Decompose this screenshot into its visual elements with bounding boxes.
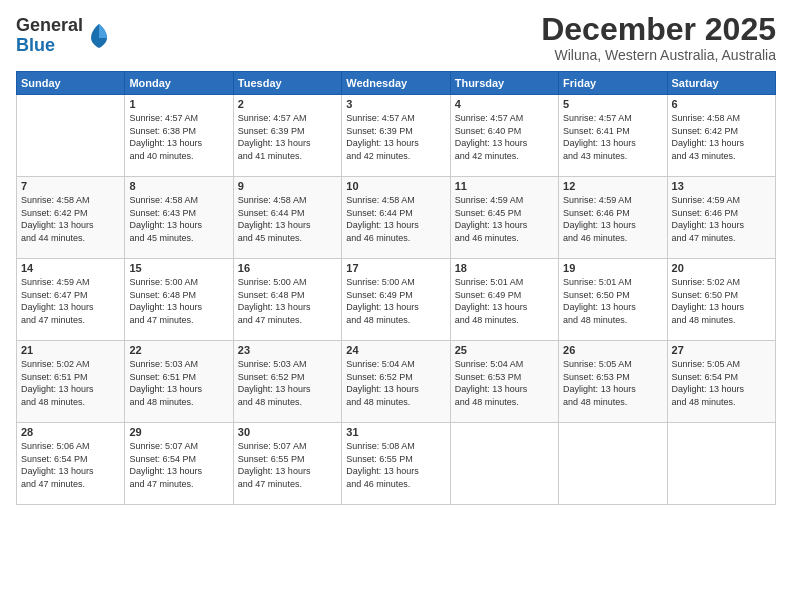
- header-wednesday: Wednesday: [342, 72, 450, 95]
- day-cell: 31Sunrise: 5:08 AM Sunset: 6:55 PM Dayli…: [342, 423, 450, 505]
- day-info: Sunrise: 4:58 AM Sunset: 6:42 PM Dayligh…: [672, 112, 771, 162]
- day-info: Sunrise: 4:57 AM Sunset: 6:40 PM Dayligh…: [455, 112, 554, 162]
- header-row: Sunday Monday Tuesday Wednesday Thursday…: [17, 72, 776, 95]
- day-info: Sunrise: 4:58 AM Sunset: 6:43 PM Dayligh…: [129, 194, 228, 244]
- week-row-1: 1Sunrise: 4:57 AM Sunset: 6:38 PM Daylig…: [17, 95, 776, 177]
- title-block: December 2025 Wiluna, Western Australia,…: [541, 12, 776, 63]
- day-info: Sunrise: 5:01 AM Sunset: 6:49 PM Dayligh…: [455, 276, 554, 326]
- day-info: Sunrise: 5:02 AM Sunset: 6:50 PM Dayligh…: [672, 276, 771, 326]
- day-number: 17: [346, 262, 445, 274]
- day-cell: 10Sunrise: 4:58 AM Sunset: 6:44 PM Dayli…: [342, 177, 450, 259]
- calendar-page: General Blue December 2025 Wiluna, Weste…: [0, 0, 792, 612]
- day-cell: 19Sunrise: 5:01 AM Sunset: 6:50 PM Dayli…: [559, 259, 667, 341]
- day-number: 22: [129, 344, 228, 356]
- day-number: 14: [21, 262, 120, 274]
- day-number: 27: [672, 344, 771, 356]
- day-cell: 30Sunrise: 5:07 AM Sunset: 6:55 PM Dayli…: [233, 423, 341, 505]
- header-thursday: Thursday: [450, 72, 558, 95]
- week-row-2: 7Sunrise: 4:58 AM Sunset: 6:42 PM Daylig…: [17, 177, 776, 259]
- day-info: Sunrise: 5:03 AM Sunset: 6:51 PM Dayligh…: [129, 358, 228, 408]
- day-info: Sunrise: 4:58 AM Sunset: 6:44 PM Dayligh…: [238, 194, 337, 244]
- day-cell: 2Sunrise: 4:57 AM Sunset: 6:39 PM Daylig…: [233, 95, 341, 177]
- day-info: Sunrise: 5:08 AM Sunset: 6:55 PM Dayligh…: [346, 440, 445, 490]
- day-info: Sunrise: 5:05 AM Sunset: 6:53 PM Dayligh…: [563, 358, 662, 408]
- logo-blue: Blue: [16, 35, 55, 55]
- day-cell: 9Sunrise: 4:58 AM Sunset: 6:44 PM Daylig…: [233, 177, 341, 259]
- day-cell: 1Sunrise: 4:57 AM Sunset: 6:38 PM Daylig…: [125, 95, 233, 177]
- day-number: 3: [346, 98, 445, 110]
- day-cell: [17, 95, 125, 177]
- header-saturday: Saturday: [667, 72, 775, 95]
- week-row-5: 28Sunrise: 5:06 AM Sunset: 6:54 PM Dayli…: [17, 423, 776, 505]
- day-number: 2: [238, 98, 337, 110]
- day-number: 21: [21, 344, 120, 356]
- day-cell: 17Sunrise: 5:00 AM Sunset: 6:49 PM Dayli…: [342, 259, 450, 341]
- calendar-subtitle: Wiluna, Western Australia, Australia: [541, 47, 776, 63]
- day-number: 26: [563, 344, 662, 356]
- day-number: 30: [238, 426, 337, 438]
- day-info: Sunrise: 5:05 AM Sunset: 6:54 PM Dayligh…: [672, 358, 771, 408]
- day-number: 7: [21, 180, 120, 192]
- day-info: Sunrise: 5:06 AM Sunset: 6:54 PM Dayligh…: [21, 440, 120, 490]
- day-cell: 26Sunrise: 5:05 AM Sunset: 6:53 PM Dayli…: [559, 341, 667, 423]
- day-cell: 7Sunrise: 4:58 AM Sunset: 6:42 PM Daylig…: [17, 177, 125, 259]
- day-cell: [559, 423, 667, 505]
- day-info: Sunrise: 5:07 AM Sunset: 6:54 PM Dayligh…: [129, 440, 228, 490]
- day-number: 29: [129, 426, 228, 438]
- day-cell: 23Sunrise: 5:03 AM Sunset: 6:52 PM Dayli…: [233, 341, 341, 423]
- day-number: 20: [672, 262, 771, 274]
- day-info: Sunrise: 4:58 AM Sunset: 6:42 PM Dayligh…: [21, 194, 120, 244]
- day-number: 15: [129, 262, 228, 274]
- day-info: Sunrise: 5:01 AM Sunset: 6:50 PM Dayligh…: [563, 276, 662, 326]
- day-info: Sunrise: 5:00 AM Sunset: 6:48 PM Dayligh…: [129, 276, 228, 326]
- day-cell: 21Sunrise: 5:02 AM Sunset: 6:51 PM Dayli…: [17, 341, 125, 423]
- day-info: Sunrise: 4:59 AM Sunset: 6:45 PM Dayligh…: [455, 194, 554, 244]
- day-info: Sunrise: 4:57 AM Sunset: 6:38 PM Dayligh…: [129, 112, 228, 162]
- day-number: 16: [238, 262, 337, 274]
- day-info: Sunrise: 4:59 AM Sunset: 6:46 PM Dayligh…: [672, 194, 771, 244]
- day-number: 5: [563, 98, 662, 110]
- day-info: Sunrise: 4:59 AM Sunset: 6:47 PM Dayligh…: [21, 276, 120, 326]
- day-cell: 29Sunrise: 5:07 AM Sunset: 6:54 PM Dayli…: [125, 423, 233, 505]
- calendar-title: December 2025: [541, 12, 776, 47]
- day-cell: 16Sunrise: 5:00 AM Sunset: 6:48 PM Dayli…: [233, 259, 341, 341]
- day-cell: 24Sunrise: 5:04 AM Sunset: 6:52 PM Dayli…: [342, 341, 450, 423]
- day-number: 12: [563, 180, 662, 192]
- header-tuesday: Tuesday: [233, 72, 341, 95]
- day-cell: 15Sunrise: 5:00 AM Sunset: 6:48 PM Dayli…: [125, 259, 233, 341]
- day-number: 11: [455, 180, 554, 192]
- day-info: Sunrise: 5:00 AM Sunset: 6:49 PM Dayligh…: [346, 276, 445, 326]
- day-number: 13: [672, 180, 771, 192]
- day-cell: [667, 423, 775, 505]
- day-info: Sunrise: 5:02 AM Sunset: 6:51 PM Dayligh…: [21, 358, 120, 408]
- day-cell: 6Sunrise: 4:58 AM Sunset: 6:42 PM Daylig…: [667, 95, 775, 177]
- day-cell: 8Sunrise: 4:58 AM Sunset: 6:43 PM Daylig…: [125, 177, 233, 259]
- day-info: Sunrise: 4:58 AM Sunset: 6:44 PM Dayligh…: [346, 194, 445, 244]
- day-number: 28: [21, 426, 120, 438]
- header-sunday: Sunday: [17, 72, 125, 95]
- day-info: Sunrise: 5:07 AM Sunset: 6:55 PM Dayligh…: [238, 440, 337, 490]
- calendar-table: Sunday Monday Tuesday Wednesday Thursday…: [16, 71, 776, 505]
- day-number: 23: [238, 344, 337, 356]
- day-cell: 11Sunrise: 4:59 AM Sunset: 6:45 PM Dayli…: [450, 177, 558, 259]
- week-row-4: 21Sunrise: 5:02 AM Sunset: 6:51 PM Dayli…: [17, 341, 776, 423]
- day-cell: 22Sunrise: 5:03 AM Sunset: 6:51 PM Dayli…: [125, 341, 233, 423]
- day-info: Sunrise: 4:57 AM Sunset: 6:39 PM Dayligh…: [346, 112, 445, 162]
- day-number: 25: [455, 344, 554, 356]
- day-cell: 5Sunrise: 4:57 AM Sunset: 6:41 PM Daylig…: [559, 95, 667, 177]
- day-cell: 28Sunrise: 5:06 AM Sunset: 6:54 PM Dayli…: [17, 423, 125, 505]
- logo: General Blue: [16, 16, 113, 56]
- day-cell: 4Sunrise: 4:57 AM Sunset: 6:40 PM Daylig…: [450, 95, 558, 177]
- day-number: 24: [346, 344, 445, 356]
- day-number: 19: [563, 262, 662, 274]
- day-cell: 3Sunrise: 4:57 AM Sunset: 6:39 PM Daylig…: [342, 95, 450, 177]
- day-cell: 13Sunrise: 4:59 AM Sunset: 6:46 PM Dayli…: [667, 177, 775, 259]
- logo-icon: [85, 22, 113, 50]
- day-info: Sunrise: 4:57 AM Sunset: 6:41 PM Dayligh…: [563, 112, 662, 162]
- day-info: Sunrise: 4:57 AM Sunset: 6:39 PM Dayligh…: [238, 112, 337, 162]
- day-info: Sunrise: 4:59 AM Sunset: 6:46 PM Dayligh…: [563, 194, 662, 244]
- day-info: Sunrise: 5:00 AM Sunset: 6:48 PM Dayligh…: [238, 276, 337, 326]
- day-cell: 18Sunrise: 5:01 AM Sunset: 6:49 PM Dayli…: [450, 259, 558, 341]
- day-number: 1: [129, 98, 228, 110]
- day-cell: [450, 423, 558, 505]
